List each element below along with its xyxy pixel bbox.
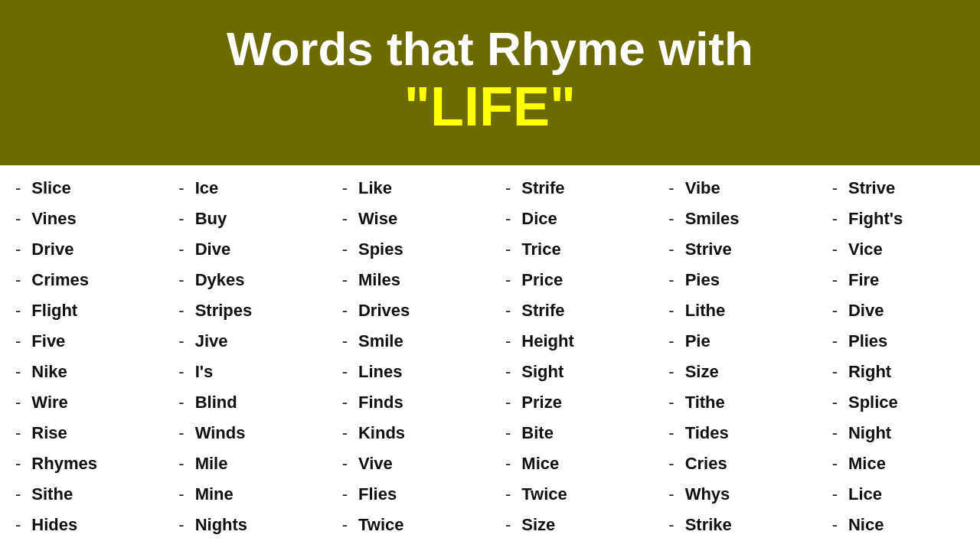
list-dash: - <box>832 393 838 412</box>
list-dash: - <box>505 362 511 382</box>
list-dash: - <box>342 393 348 412</box>
header-line2: "LIFE" <box>15 75 965 139</box>
word-grid: -Slice-Vines-Drive-Crimes-Flight-Five-Ni… <box>0 165 980 548</box>
word-text: I's <box>195 362 214 382</box>
list-dash: - <box>15 515 21 535</box>
word-text: Strive <box>848 178 895 198</box>
list-item: -Flight <box>8 295 155 326</box>
list-dash: - <box>505 331 511 351</box>
list-item: -Strive <box>661 234 808 265</box>
word-text: Jive <box>195 331 228 351</box>
list-item: -Strife <box>498 173 645 204</box>
list-item: -Fire <box>825 265 972 295</box>
word-text: Stripes <box>195 301 253 321</box>
list-item: -Flies <box>335 479 482 510</box>
list-dash: - <box>178 331 184 351</box>
list-item: -Right <box>825 357 972 387</box>
list-dash: - <box>668 515 674 535</box>
list-dash: - <box>15 362 21 382</box>
word-text: Price <box>521 270 563 290</box>
list-dash: - <box>15 270 21 290</box>
list-item: -Dive <box>825 295 972 326</box>
page-header: Words that Rhyme with "LIFE" <box>0 0 980 165</box>
list-dash: - <box>178 515 184 535</box>
list-dash: - <box>832 331 838 351</box>
column-5: -Vibe-Smiles-Strive-Pies-Lithe-Pie-Size-… <box>653 173 816 540</box>
word-text: Flies <box>358 484 397 504</box>
list-item: -Mile <box>171 448 318 479</box>
word-text: Splice <box>848 393 898 412</box>
list-dash: - <box>505 178 511 198</box>
word-text: Smile <box>358 331 403 351</box>
list-item: -Wise <box>335 204 482 234</box>
list-dash: - <box>15 331 21 351</box>
word-text: Right <box>848 362 891 382</box>
list-dash: - <box>832 178 838 198</box>
word-text: Smiles <box>685 209 740 229</box>
list-dash: - <box>505 454 511 474</box>
list-item: -Drive <box>8 234 155 265</box>
list-item: -Dykes <box>171 265 318 295</box>
list-dash: - <box>832 270 838 290</box>
word-text: Winds <box>195 423 246 443</box>
word-text: Pies <box>685 270 720 290</box>
list-item: -Stripes <box>171 295 318 326</box>
list-item: -Vines <box>8 204 155 234</box>
list-dash: - <box>832 240 838 259</box>
word-text: Nike <box>31 362 67 382</box>
list-item: -Jive <box>171 326 318 357</box>
list-item: -I's <box>171 357 318 387</box>
list-dash: - <box>505 270 511 290</box>
list-item: -Nike <box>8 357 155 387</box>
word-text: Tides <box>685 423 729 443</box>
list-dash: - <box>178 178 184 198</box>
list-dash: - <box>178 301 184 321</box>
word-text: Size <box>685 362 719 382</box>
word-text: Rise <box>31 423 67 443</box>
list-item: -Twice <box>335 510 482 540</box>
list-item: -Bite <box>498 418 645 448</box>
word-text: Cries <box>685 454 727 474</box>
list-dash: - <box>668 331 674 351</box>
list-item: -Spies <box>335 234 482 265</box>
word-text: Drives <box>358 301 410 321</box>
list-item: -Height <box>498 326 645 357</box>
list-item: -Mice <box>498 448 645 479</box>
word-text: Twice <box>358 515 404 535</box>
word-text: Spies <box>358 240 403 259</box>
list-item: -Nice <box>825 510 972 540</box>
word-text: Buy <box>195 209 227 229</box>
list-item: -Strike <box>661 510 808 540</box>
list-item: -Like <box>335 173 482 204</box>
word-text: Dive <box>195 240 230 259</box>
column-1: -Slice-Vines-Drive-Crimes-Flight-Five-Ni… <box>0 173 163 540</box>
word-text: Dice <box>521 209 557 229</box>
column-4: -Strife-Dice-Trice-Price-Strife-Height-S… <box>490 173 653 540</box>
word-text: Trice <box>521 240 560 259</box>
word-text: Mice <box>848 454 886 474</box>
list-dash: - <box>15 240 21 259</box>
list-dash: - <box>178 209 184 229</box>
list-dash: - <box>15 301 21 321</box>
word-text: Nights <box>195 515 247 535</box>
word-text: Night <box>848 423 891 443</box>
list-item: -Drives <box>335 295 482 326</box>
column-3: -Like-Wise-Spies-Miles-Drives-Smile-Line… <box>327 173 490 540</box>
word-text: Strife <box>521 301 564 321</box>
list-item: -Dice <box>498 204 645 234</box>
list-dash: - <box>505 484 511 504</box>
word-text: Crimes <box>31 270 89 290</box>
list-item: -Mice <box>825 448 972 479</box>
word-text: Hides <box>31 515 77 535</box>
list-item: -Smile <box>335 326 482 357</box>
word-text: Mice <box>521 454 559 474</box>
list-dash: - <box>342 301 348 321</box>
list-dash: - <box>832 362 838 382</box>
column-2: -Ice-Buy-Dive-Dykes-Stripes-Jive-I's-Bli… <box>163 173 326 540</box>
list-item: -Winds <box>171 418 318 448</box>
word-text: Mine <box>195 484 234 504</box>
list-item: -Slice <box>8 173 155 204</box>
list-item: -Splice <box>825 387 972 418</box>
list-dash: - <box>178 270 184 290</box>
word-text: Plies <box>848 331 887 351</box>
